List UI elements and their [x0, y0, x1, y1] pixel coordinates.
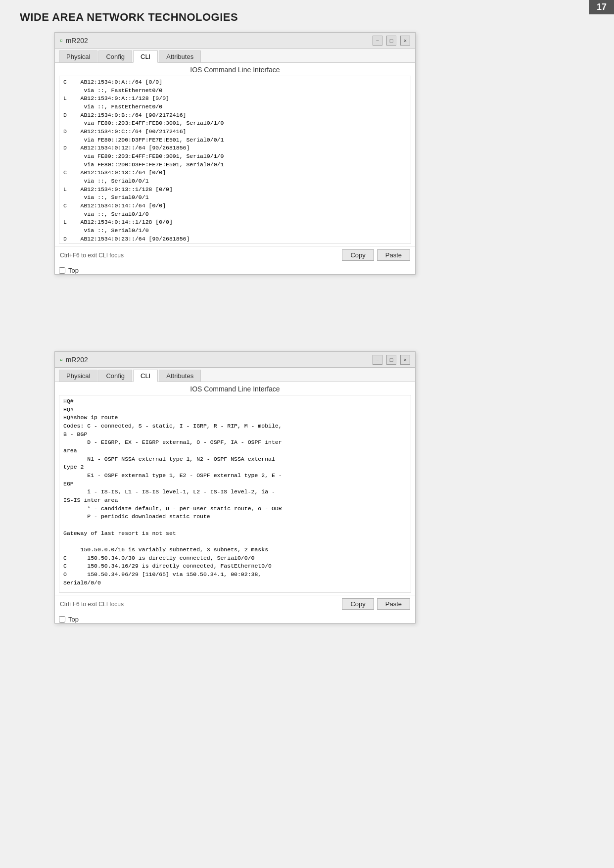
minimize-button-2[interactable]: −	[373, 355, 382, 365]
window-1-shortcut-hint: Ctrl+F6 to exit CLI focus	[60, 252, 124, 259]
window-2-title-left: ▫ mR202	[60, 355, 88, 364]
window-1-title-left: ▫ mR202	[60, 36, 88, 45]
window-1-controls: − □ ×	[373, 36, 410, 46]
tab-physical-2[interactable]: Physical	[59, 370, 97, 382]
router-icon: ▫	[60, 36, 63, 45]
tab-cli[interactable]: CLI	[133, 50, 158, 63]
window-1-action-buttons: Copy Paste	[342, 249, 410, 261]
window-2-cli-area[interactable]: HQ# HQ# HQ#show ip route Codes: C - conn…	[59, 395, 411, 593]
window-2-controls: − □ ×	[373, 355, 410, 365]
minimize-button[interactable]: −	[373, 36, 382, 46]
window-2-paste-button[interactable]: Paste	[377, 598, 410, 610]
window-2-copy-button[interactable]: Copy	[342, 598, 374, 610]
page-title: WIDE AREA NETWORK TECHNOLOGIES	[20, 11, 238, 24]
window-1-top-row: Top	[55, 264, 415, 274]
window-1-top-checkbox[interactable]	[59, 267, 65, 274]
maximize-button-2[interactable]: □	[386, 355, 396, 365]
page-number: 17	[589, 0, 614, 14]
maximize-button[interactable]: □	[386, 36, 396, 46]
router-icon-2: ▫	[60, 355, 63, 364]
window-2-top-row: Top	[55, 613, 415, 623]
window-2-tabs: Physical Config CLI Attributes	[55, 368, 415, 382]
window-1-copy-button[interactable]: Copy	[342, 249, 374, 261]
window-2-action-buttons: Copy Paste	[342, 598, 410, 610]
window-1-titlebar: ▫ mR202 − □ ×	[55, 33, 415, 48]
window-2-bottom-bar: Ctrl+F6 to exit CLI focus Copy Paste	[55, 595, 415, 613]
window-2-top-checkbox[interactable]	[59, 616, 65, 623]
tab-physical[interactable]: Physical	[59, 50, 97, 62]
window-1-section-title: IOS Command Line Interface	[55, 63, 415, 76]
close-button-2[interactable]: ×	[400, 355, 410, 365]
window-2-titlebar: ▫ mR202 − □ ×	[55, 352, 415, 368]
tab-attributes-2[interactable]: Attributes	[159, 370, 201, 382]
window-2-shortcut-hint: Ctrl+F6 to exit CLI focus	[60, 601, 124, 608]
close-button[interactable]: ×	[400, 36, 410, 46]
window-1-tabs: Physical Config CLI Attributes	[55, 48, 415, 63]
window-2-section-title: IOS Command Line Interface	[55, 382, 415, 395]
tab-attributes[interactable]: Attributes	[159, 50, 201, 62]
window-2-title: mR202	[66, 356, 88, 364]
window-1-top-label: Top	[68, 267, 79, 274]
window-2-top-label: Top	[68, 616, 79, 623]
window-1: ▫ mR202 − □ × Physical Config CLI Attrib…	[54, 32, 416, 275]
tab-config-2[interactable]: Config	[98, 370, 132, 382]
tab-config[interactable]: Config	[98, 50, 132, 62]
window-1-bottom-bar: Ctrl+F6 to exit CLI focus Copy Paste	[55, 246, 415, 264]
window-1-cli-area[interactable]: C AB12:1534:0:A::/64 [0/0] via ::, FastE…	[59, 76, 411, 244]
window-1-paste-button[interactable]: Paste	[377, 249, 410, 261]
window-1-title: mR202	[66, 37, 88, 45]
window-2: ▫ mR202 − □ × Physical Config CLI Attrib…	[54, 351, 416, 624]
tab-cli-2[interactable]: CLI	[133, 370, 158, 382]
